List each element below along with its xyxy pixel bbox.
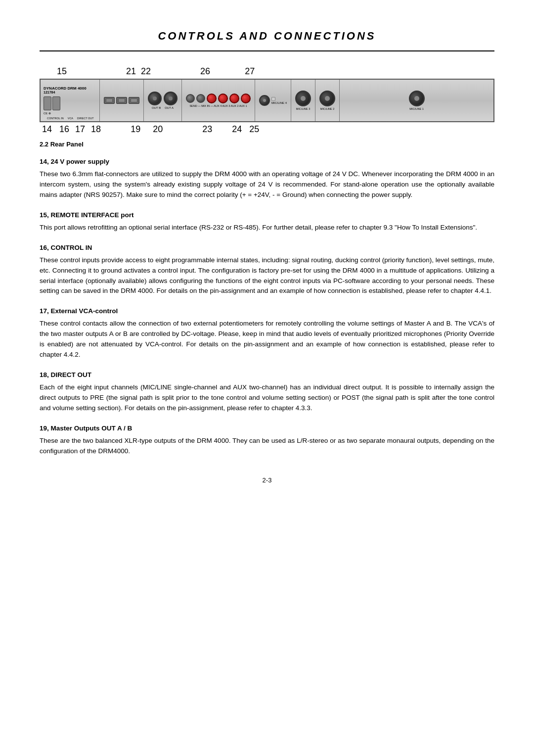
diagram-num-18: 18	[91, 124, 101, 135]
section-16-body: These control inputs provide access to e…	[40, 255, 494, 297]
diagram-num-17: 17	[75, 124, 85, 135]
section-14-24-power: 14, 24 V power supply These two 6.3mm fl…	[40, 158, 494, 200]
page-number: 2-3	[40, 476, 494, 484]
diagram-num-26: 26	[200, 66, 210, 77]
diagram-num-19: 19	[131, 124, 140, 135]
diagram-num-21: 21	[126, 66, 136, 77]
diagram-num-24: 24	[232, 124, 242, 135]
rear-panel-graphic: DYNACORD DRM 4000 121784 CE ⊕ CONTROL IN…	[40, 79, 494, 122]
section-15-body: This port allows retrofitting an optiona…	[40, 223, 494, 233]
section-16-control: 16, CONTROL IN These control inputs prov…	[40, 244, 494, 297]
section-17-body: These control contacts allow the connect…	[40, 319, 494, 360]
section-17-vca: 17, External VCA-control These control c…	[40, 307, 494, 360]
section-14-24-title: 14, 24 V power supply	[40, 158, 494, 165]
section-19-masterout: 19, Master Outputs OUT A / B These are t…	[40, 425, 494, 457]
page-title: CONTROLS AND CONNECTIONS	[40, 30, 494, 43]
diagram-area: 15 21 22 26 27 DYNACORD DRM 4000 121784 …	[40, 66, 494, 135]
section-18-body: Each of the eight input channels (MIC/LI…	[40, 382, 494, 414]
section-15-remote: 15, REMOTE INTERFACE port This port allo…	[40, 211, 494, 233]
diagram-num-25: 25	[249, 124, 259, 135]
diagram-num-14: 14	[42, 124, 52, 135]
diagram-num-27: 27	[245, 66, 255, 77]
section-19-body: These are the two balanced XLR-type outp…	[40, 436, 494, 457]
diagram-num-20: 20	[153, 124, 163, 135]
section-18-directout: 18, DIRECT OUT Each of the eight input c…	[40, 371, 494, 414]
section-18-title: 18, DIRECT OUT	[40, 371, 494, 378]
diagram-num-15: 15	[57, 66, 67, 77]
diagram-num-23: 23	[202, 124, 212, 135]
section-19-title: 19, Master Outputs OUT A / B	[40, 425, 494, 432]
section-15-title: 15, REMOTE INTERFACE port	[40, 211, 494, 219]
section-14-24-body: These two 6.3mm flat-connectors are util…	[40, 169, 494, 200]
section-16-title: 16, CONTROL IN	[40, 244, 494, 251]
diagram-num-22: 22	[141, 66, 151, 77]
section-caption: 2.2 Rear Panel	[40, 141, 494, 148]
section-17-title: 17, External VCA-control	[40, 307, 494, 315]
diagram-num-16: 16	[59, 124, 69, 135]
title-divider	[40, 50, 494, 51]
